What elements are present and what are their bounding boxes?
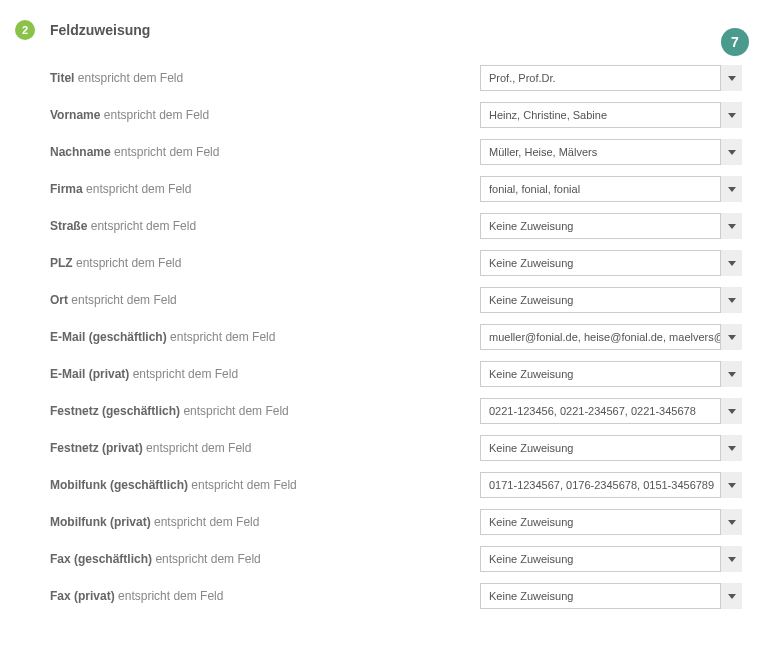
field-label: E-Mail (privat) entspricht dem Feld <box>50 367 480 381</box>
field-select-wrap: Keine Zuweisung <box>480 287 742 313</box>
field-row: Fax (geschäftlich) entspricht dem FeldKe… <box>50 546 742 572</box>
field-label-suffix: entspricht dem Feld <box>146 441 251 455</box>
field-row: Festnetz (privat) entspricht dem FeldKei… <box>50 435 742 461</box>
field-label-suffix: entspricht dem Feld <box>118 589 223 603</box>
field-mapping-select[interactable]: Keine Zuweisung <box>480 435 742 461</box>
field-name: Festnetz (geschäftlich) <box>50 404 180 418</box>
field-label-suffix: entspricht dem Feld <box>133 367 238 381</box>
field-label-suffix: entspricht dem Feld <box>155 552 260 566</box>
field-name: Vorname <box>50 108 100 122</box>
field-label: Mobilfunk (geschäftlich) entspricht dem … <box>50 478 480 492</box>
field-label: Fax (privat) entspricht dem Feld <box>50 589 480 603</box>
section-title: Feldzuweisung <box>50 22 150 38</box>
field-select-wrap: mueller@fonial.de, heise@fonial.de, mael… <box>480 324 742 350</box>
field-select-wrap: Keine Zuweisung <box>480 583 742 609</box>
field-row: E-Mail (privat) entspricht dem FeldKeine… <box>50 361 742 387</box>
field-label-suffix: entspricht dem Feld <box>78 71 183 85</box>
field-select-wrap: Keine Zuweisung <box>480 250 742 276</box>
field-mapping-select[interactable]: Heinz, Christine, Sabine <box>480 102 742 128</box>
field-label-suffix: entspricht dem Feld <box>76 256 181 270</box>
field-mapping-select[interactable]: Müller, Heise, Mälvers <box>480 139 742 165</box>
field-label-suffix: entspricht dem Feld <box>191 478 296 492</box>
field-name: PLZ <box>50 256 73 270</box>
annotation-marker-7: 7 <box>721 28 749 56</box>
field-mapping-list: Titel entspricht dem FeldProf., Prof.Dr.… <box>15 65 742 609</box>
field-name: Fax (privat) <box>50 589 115 603</box>
field-mapping-select[interactable]: Keine Zuweisung <box>480 509 742 535</box>
field-row: Ort entspricht dem FeldKeine Zuweisung <box>50 287 742 313</box>
field-mapping-select[interactable]: Prof., Prof.Dr. <box>480 65 742 91</box>
field-row: Nachname entspricht dem FeldMüller, Heis… <box>50 139 742 165</box>
field-label: Festnetz (privat) entspricht dem Feld <box>50 441 480 455</box>
field-mapping-select[interactable]: Keine Zuweisung <box>480 213 742 239</box>
field-label-suffix: entspricht dem Feld <box>71 293 176 307</box>
field-name: E-Mail (geschäftlich) <box>50 330 167 344</box>
field-row: Festnetz (geschäftlich) entspricht dem F… <box>50 398 742 424</box>
field-mapping-select[interactable]: Keine Zuweisung <box>480 583 742 609</box>
field-row: Fax (privat) entspricht dem FeldKeine Zu… <box>50 583 742 609</box>
field-name: Mobilfunk (privat) <box>50 515 151 529</box>
field-select-wrap: Keine Zuweisung <box>480 509 742 535</box>
field-select-wrap: Müller, Heise, Mälvers <box>480 139 742 165</box>
field-label: Titel entspricht dem Feld <box>50 71 480 85</box>
field-name: Titel <box>50 71 74 85</box>
field-mapping-select[interactable]: Keine Zuweisung <box>480 250 742 276</box>
field-select-wrap: Heinz, Christine, Sabine <box>480 102 742 128</box>
field-select-wrap: Prof., Prof.Dr. <box>480 65 742 91</box>
field-row: Straße entspricht dem FeldKeine Zuweisun… <box>50 213 742 239</box>
field-mapping-select[interactable]: Keine Zuweisung <box>480 546 742 572</box>
field-name: Fax (geschäftlich) <box>50 552 152 566</box>
field-label-suffix: entspricht dem Feld <box>183 404 288 418</box>
field-label-suffix: entspricht dem Feld <box>170 330 275 344</box>
field-label-suffix: entspricht dem Feld <box>104 108 209 122</box>
field-row: Vorname entspricht dem FeldHeinz, Christ… <box>50 102 742 128</box>
field-label: E-Mail (geschäftlich) entspricht dem Fel… <box>50 330 480 344</box>
field-row: Mobilfunk (privat) entspricht dem FeldKe… <box>50 509 742 535</box>
field-name: E-Mail (privat) <box>50 367 129 381</box>
field-name: Straße <box>50 219 87 233</box>
field-label-suffix: entspricht dem Feld <box>154 515 259 529</box>
field-label: PLZ entspricht dem Feld <box>50 256 480 270</box>
field-select-wrap: Keine Zuweisung <box>480 435 742 461</box>
field-label: Festnetz (geschäftlich) entspricht dem F… <box>50 404 480 418</box>
field-select-wrap: Keine Zuweisung <box>480 546 742 572</box>
field-label-suffix: entspricht dem Feld <box>86 182 191 196</box>
field-mapping-select[interactable]: mueller@fonial.de, heise@fonial.de, mael… <box>480 324 742 350</box>
field-select-wrap: fonial, fonial, fonial <box>480 176 742 202</box>
section-header: 2 Feldzuweisung <box>15 20 742 40</box>
field-name: Nachname <box>50 145 111 159</box>
field-row: Mobilfunk (geschäftlich) entspricht dem … <box>50 472 742 498</box>
field-label: Fax (geschäftlich) entspricht dem Feld <box>50 552 480 566</box>
field-label-suffix: entspricht dem Feld <box>91 219 196 233</box>
field-row: PLZ entspricht dem FeldKeine Zuweisung <box>50 250 742 276</box>
field-name: Mobilfunk (geschäftlich) <box>50 478 188 492</box>
field-mapping-select[interactable]: Keine Zuweisung <box>480 361 742 387</box>
field-label: Ort entspricht dem Feld <box>50 293 480 307</box>
field-mapping-select[interactable]: 0221-123456, 0221-234567, 0221-345678 <box>480 398 742 424</box>
field-label: Firma entspricht dem Feld <box>50 182 480 196</box>
field-name: Ort <box>50 293 68 307</box>
field-select-wrap: 0171-1234567, 0176-2345678, 0151-3456789 <box>480 472 742 498</box>
field-mapping-select[interactable]: Keine Zuweisung <box>480 287 742 313</box>
field-label-suffix: entspricht dem Feld <box>114 145 219 159</box>
field-label: Mobilfunk (privat) entspricht dem Feld <box>50 515 480 529</box>
field-select-wrap: 0221-123456, 0221-234567, 0221-345678 <box>480 398 742 424</box>
field-row: Firma entspricht dem Feldfonial, fonial,… <box>50 176 742 202</box>
field-row: E-Mail (geschäftlich) entspricht dem Fel… <box>50 324 742 350</box>
field-label: Straße entspricht dem Feld <box>50 219 480 233</box>
field-name: Festnetz (privat) <box>50 441 143 455</box>
field-label: Nachname entspricht dem Feld <box>50 145 480 159</box>
field-name: Firma <box>50 182 83 196</box>
field-mapping-select[interactable]: 0171-1234567, 0176-2345678, 0151-3456789 <box>480 472 742 498</box>
field-mapping-select[interactable]: fonial, fonial, fonial <box>480 176 742 202</box>
field-select-wrap: Keine Zuweisung <box>480 361 742 387</box>
field-select-wrap: Keine Zuweisung <box>480 213 742 239</box>
field-label: Vorname entspricht dem Feld <box>50 108 480 122</box>
field-row: Titel entspricht dem FeldProf., Prof.Dr. <box>50 65 742 91</box>
step-number-badge: 2 <box>15 20 35 40</box>
